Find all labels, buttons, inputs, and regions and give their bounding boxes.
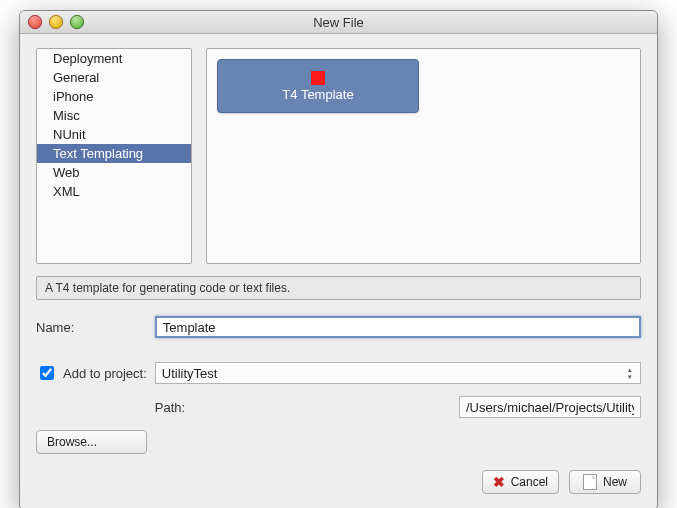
minimize-icon[interactable] [49,15,63,29]
path-input[interactable] [459,396,641,418]
form-area: Name: Add to project: ▴▾ Path: Browse... [36,316,641,454]
template-description: A T4 template for generating code or tex… [36,276,641,300]
traffic-lights [20,15,84,29]
path-label: Path: [155,400,451,415]
dialog-window: New File Deployment General iPhone Misc … [19,10,658,508]
name-input[interactable] [155,316,641,338]
category-list: Deployment General iPhone Misc NUnit Tex… [37,49,191,201]
cancel-button[interactable]: ✖ Cancel [482,470,559,494]
category-item-text-templating[interactable]: Text Templating [37,144,191,163]
category-item-misc[interactable]: Misc [37,106,191,125]
selector-panes: Deployment General iPhone Misc NUnit Tex… [36,48,641,264]
browse-button-label: Browse... [47,435,97,449]
category-item-deployment[interactable]: Deployment [37,49,191,68]
category-item-iphone[interactable]: iPhone [37,87,191,106]
new-file-icon [583,474,597,490]
template-tile-t4[interactable]: T4 Template [217,59,419,113]
new-button-label: New [603,475,627,489]
category-item-web[interactable]: Web [37,163,191,182]
titlebar: New File [20,11,657,34]
cancel-icon: ✖ [493,474,505,490]
category-item-nunit[interactable]: NUnit [37,125,191,144]
category-item-general[interactable]: General [37,68,191,87]
category-item-xml[interactable]: XML [37,182,191,201]
name-label: Name: [36,320,147,335]
browse-button[interactable]: Browse... [36,430,147,454]
dialog-footer: ✖ Cancel New [36,470,641,494]
template-tile-pane: T4 Template [206,48,641,264]
project-combo[interactable] [155,362,641,384]
cancel-button-label: Cancel [511,475,548,489]
category-list-pane: Deployment General iPhone Misc NUnit Tex… [36,48,192,264]
zoom-icon[interactable] [70,15,84,29]
template-tile-label: T4 Template [282,87,353,102]
t4-template-icon [311,71,325,85]
content-area: Deployment General iPhone Misc NUnit Tex… [20,34,657,508]
chevron-updown-icon[interactable]: ▴▾ [623,365,637,381]
new-button[interactable]: New [569,470,641,494]
add-to-project-label: Add to project: [63,366,147,381]
close-icon[interactable] [28,15,42,29]
window-title: New File [20,15,657,30]
add-to-project-checkbox[interactable] [40,366,54,380]
